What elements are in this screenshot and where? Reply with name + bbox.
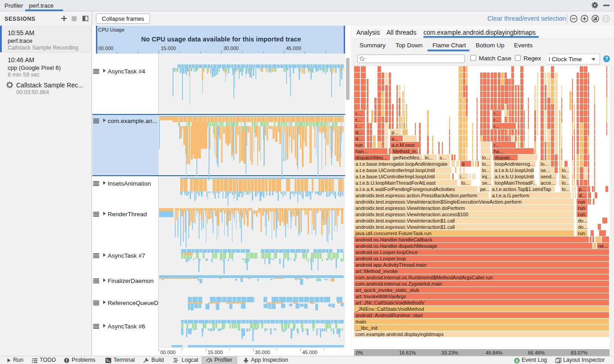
svg-text:r...: r... [494,117,499,123]
svg-text:d...: d... [579,193,586,198]
svg-text:p...: p... [391,130,398,135]
svg-text:r...: r... [355,117,361,123]
svg-text:run: run [578,199,585,205]
svg-text:r...: r... [494,111,499,116]
svg-text:se...: se... [482,180,491,186]
svg-text:android.os.Handler.dispatchMes: android.os.Handler.dispatchMessage [355,243,437,249]
svg-text:acce...: acce... [541,180,555,186]
svg-text:lo...: lo... [461,180,469,186]
svg-text:d...: d... [355,130,362,135]
svg-text:a.t.e.action.Tap$1.sendTap: a.t.e.action.Tap$1.sendTap [492,187,551,192]
svg-text:send...: send... [541,174,555,179]
svg-text:ha...: ha... [494,149,503,154]
svg-text:run: run [578,212,585,217]
svg-text:android.os.Looper.loop: android.os.Looper.loop [355,256,406,261]
svg-text:androidx.test.espresso.ViewInt: androidx.test.espresso.ViewInteraction$S… [355,199,522,205]
svg-text:android.os.Handler.handleCallb: android.os.Handler.handleCallback [355,237,432,242]
svg-text:androidx.test.espresso.ViewInt: androidx.test.espresso.ViewInteraction$1… [355,218,455,223]
svg-text:lo...: lo... [482,168,490,173]
svg-text:a.t.e.a.K.waitForPendingForegr: a.t.e.a.K.waitForPendingForegroundActivi… [355,187,455,192]
svg-text:han...: han... [355,149,368,154]
svg-text:lo...: lo... [562,174,570,179]
svg-text:android.os.Looper.loopOnce: android.os.Looper.loopOnce [355,250,418,255]
svg-text:i...: i... [460,174,465,179]
svg-text:ne...: ne... [598,243,608,249]
svg-text:a.t.e.b.U.loopUntil: a.t.e.b.U.loopUntil [495,168,534,173]
svg-text:lo...: lo... [482,161,490,167]
svg-text:androidx.test.espresso.ViewInt: androidx.test.espresso.ViewInteraction.d… [355,205,465,211]
svg-text:s...: s... [440,155,446,160]
svg-text:lo...: lo... [541,161,549,167]
svg-text:androidx.test.espresso.ViewInt: androidx.test.espresso.ViewInteraction$1… [355,224,455,230]
svg-text:com.android.internal.os.Runtim: com.android.internal.os.RuntimeInit$Meth… [355,275,493,280]
svg-text:run: run [578,231,585,236]
svg-text:do...: do... [578,218,587,223]
svg-text:se...: se... [541,168,550,173]
svg-text:loopMainThreadF...: loopMainThreadF... [495,180,537,186]
svg-text:do...: do... [578,224,587,230]
svg-text:a.t.e.base.UiControllerImpl.lo: a.t.e.base.UiControllerImpl.loopUntil [355,168,435,173]
svg-text:android.app.ActivityThread.mai: android.app.ActivityThread.main [355,262,427,268]
svg-text:_JNIEnv::CallStaticVoidMethod: _JNIEnv::CallStaticVoidMethod [355,306,424,312]
svg-text:androidx.test.espresso.action.: androidx.test.espresso.action.PressBackA… [355,193,477,198]
svg-text:com.example.android.displaying: com.example.android.displayingbitmaps [355,332,444,337]
svg-text:a.t.e.base.UiControllerImpl.lo: a.t.e.base.UiControllerImpl.loopUntil [355,174,435,179]
svg-text:Method_in...: Method_in... [393,149,420,154]
svg-text:d...: d... [355,136,362,141]
svg-text:art_quick_invoke_static_stub: art_quick_invoke_static_stub [355,287,419,293]
svg-text:r...: r... [494,123,499,129]
svg-text:com.android.internal.os.Zygote: com.android.internal.os.ZygoteInit.main [355,281,442,287]
svg-text:dispatc...: dispatc... [495,155,514,160]
svg-text:main: main [355,319,366,324]
svg-text:getNextMes...: getNextMes... [393,155,423,160]
svg-text:inj...: inj... [482,174,491,179]
svg-text:run: run [578,205,585,211]
svg-text:d: d [462,161,464,167]
svg-text:lo...: lo... [482,155,490,160]
svg-text:r...: r... [355,123,361,129]
svg-text:art::InvokeWithVarArgs: art::InvokeWithVarArgs [355,294,406,299]
svg-text:art::Method_invoke: art::Method_invoke [355,268,398,274]
svg-text:run: run [355,142,363,148]
svg-text:androidx.test.espresso.ViewInt: androidx.test.espresso.ViewInteraction.a… [355,212,468,217]
svg-text:r...: r... [355,111,361,116]
svg-text:a.t.e.b.U.loopMainThreadForAtL: a.t.e.b.U.loopMainThreadForAtLeast [355,180,436,186]
svg-text:a.o.M.next: a.o.M.next [391,142,414,148]
svg-text:a.t.e.a.G.perform: a.t.e.a.G.perform [492,193,529,198]
svg-text:p...: p... [579,187,586,192]
svg-text:r...: r... [494,142,499,148]
svg-text:in...: in... [425,155,433,160]
svg-text:dispatchMes...: dispatchMes... [355,155,387,160]
svg-text:__libc_init: __libc_init [355,325,377,331]
svg-text:art::JNI::CallStaticVoidMethod: art::JNI::CallStaticVoidMethodV [355,300,425,305]
svg-text:loopAndInterrog...: loopAndInterrog... [495,161,534,167]
svg-text:pe...: pe... [480,187,490,192]
svg-text:a.t.e.b.U.loopUntil: a.t.e.b.U.loopUntil [495,174,534,179]
svg-text:a...: a... [391,136,398,141]
svg-text:a.t.e.base.Interrogator.loopAn: a.t.e.base.Interrogator.loopAndInterroga… [355,161,447,167]
svg-text:lo...: lo... [562,187,570,192]
svg-text:android::AndroidRuntime::start: android::AndroidRuntime::start [355,313,423,318]
svg-text:java.util.concurrent.FutureTas: java.util.concurrent.FutureTask.run [355,231,432,236]
svg-text:lo...: lo... [562,180,570,186]
svg-text:lo...: lo... [562,168,570,173]
